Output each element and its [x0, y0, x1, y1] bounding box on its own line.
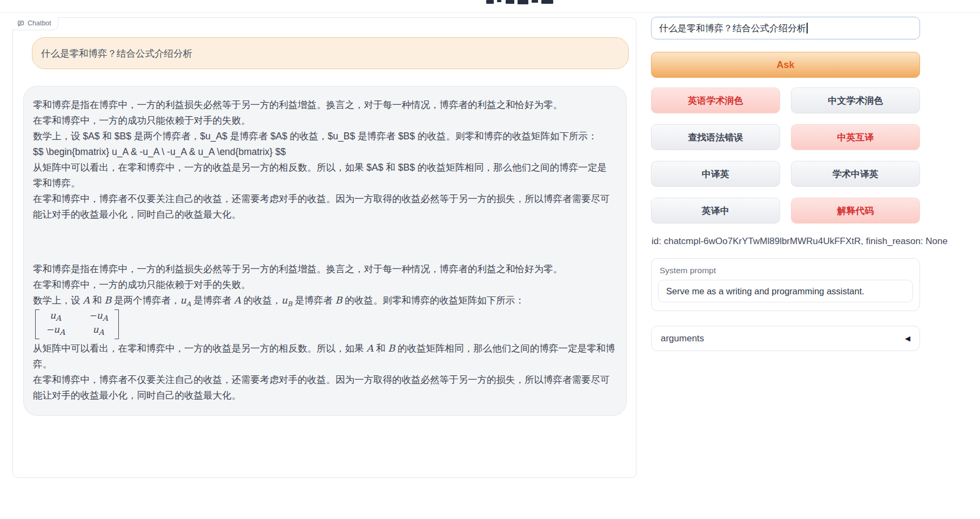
matrix-cell: uA	[50, 310, 61, 324]
fn-button-explain-code[interactable]: 解释代码	[791, 198, 920, 224]
user-message-bubble: 什么是零和博弈？结合公式介绍分析	[32, 37, 629, 69]
rendered-last-paragraph: 在零和博弈中，博弈者不仅要关注自己的收益，还需要考虑对手的收益。因为一方取得的收…	[33, 372, 615, 403]
ask-button[interactable]: Ask	[651, 52, 920, 78]
system-prompt-panel: System prompt Serve me as a writing and …	[651, 258, 920, 311]
matrix-right-bracket	[115, 309, 119, 339]
rendered-math-intro-line: 数学上，设 A 和 B 是两个博弈者，uA 是博弈者 A 的收益，uB 是博弈者…	[33, 293, 615, 308]
clipped-page-title	[486, 0, 562, 5]
math-var: B	[388, 343, 395, 354]
matrix-left-bracket	[35, 309, 39, 339]
chatbot-label: Chatbot	[12, 17, 58, 30]
response-status-line: id: chatcmpl-6wOo7KrYTwMl89lbrMWRu4UkFFX…	[652, 236, 948, 247]
chatbot-panel: Chatbot 什么是零和博弈？结合公式介绍分析 零和博弈是指在博弈中，一方的利…	[12, 17, 636, 478]
fn-button-english-polish[interactable]: 英语学术润色	[651, 87, 780, 113]
system-prompt-label: System prompt	[652, 259, 919, 280]
arguments-accordion-header[interactable]: arguments ◀	[651, 326, 920, 351]
rendered-conclusion-line: 从矩阵中可以看出，在零和博弈中，一方的收益是另一方的相反数。所以，如果 A 和 …	[33, 341, 615, 372]
text-caret	[807, 23, 808, 33]
top-divider	[0, 12, 980, 13]
math-var: B	[335, 295, 343, 306]
fn-button-find-grammar-errors[interactable]: 查找语法错误	[651, 124, 780, 150]
question-input[interactable]: 什么是零和博弈？结合公式介绍分析	[651, 17, 920, 39]
matrix-cell: −uA	[89, 310, 108, 324]
fn-button-en-to-zh[interactable]: 英译中	[651, 198, 780, 224]
math-var: uA	[180, 295, 191, 306]
fn-button-zh-to-en[interactable]: 中译英	[651, 161, 780, 187]
math-var: A	[366, 343, 373, 354]
bot-raw-text: 零和博弈是指在博弈中，一方的利益损失必然等于另一方的利益增益。换言之，对于每一种…	[33, 97, 615, 223]
rendered-paragraph-1: 零和博弈是指在博弈中，一方的利益损失必然等于另一方的利益增益。换言之，对于每一种…	[33, 261, 615, 293]
math-var: B	[104, 295, 111, 306]
system-prompt-input[interactable]: Serve me as a writing and programming as…	[658, 280, 913, 302]
accordion-collapsed-icon: ◀	[905, 334, 910, 342]
app-root: Chatbot 什么是零和博弈？结合公式介绍分析 零和博弈是指在博弈中，一方的利…	[0, 0, 980, 519]
chatbot-label-text: Chatbot	[28, 19, 51, 27]
function-button-grid: 英语学术润色 中文学术润色 查找语法错误 中英互译 中译英 学术中译英 英译中 …	[651, 87, 920, 224]
fn-button-academic-zh-to-en[interactable]: 学术中译英	[791, 161, 920, 187]
question-input-value: 什么是零和博弈？结合公式介绍分析	[659, 22, 806, 35]
fn-button-zh-en-mutual-translate[interactable]: 中英互译	[791, 124, 920, 150]
fn-button-chinese-polish[interactable]: 中文学术润色	[791, 87, 920, 113]
chat-bubble-icon	[17, 20, 24, 27]
matrix-cell: −uA	[46, 324, 65, 338]
bot-message-bubble: 零和博弈是指在博弈中，一方的利益损失必然等于另一方的利益增益。换言之，对于每一种…	[23, 86, 627, 416]
system-prompt-value: Serve me as a writing and programming as…	[666, 286, 864, 296]
math-var: uB	[281, 295, 292, 306]
math-var: A	[83, 295, 90, 306]
rendered-matrix: uA −uA −uA uA	[35, 309, 615, 339]
user-message-text: 什么是零和博弈？结合公式介绍分析	[41, 47, 192, 60]
bot-rendered-block: 零和博弈是指在博弈中，一方的利益损失必然等于另一方的利益增益。换言之，对于每一种…	[33, 261, 615, 403]
math-var: A	[234, 295, 241, 306]
matrix-cell: uA	[93, 324, 104, 338]
arguments-accordion-label: arguments	[661, 333, 704, 344]
